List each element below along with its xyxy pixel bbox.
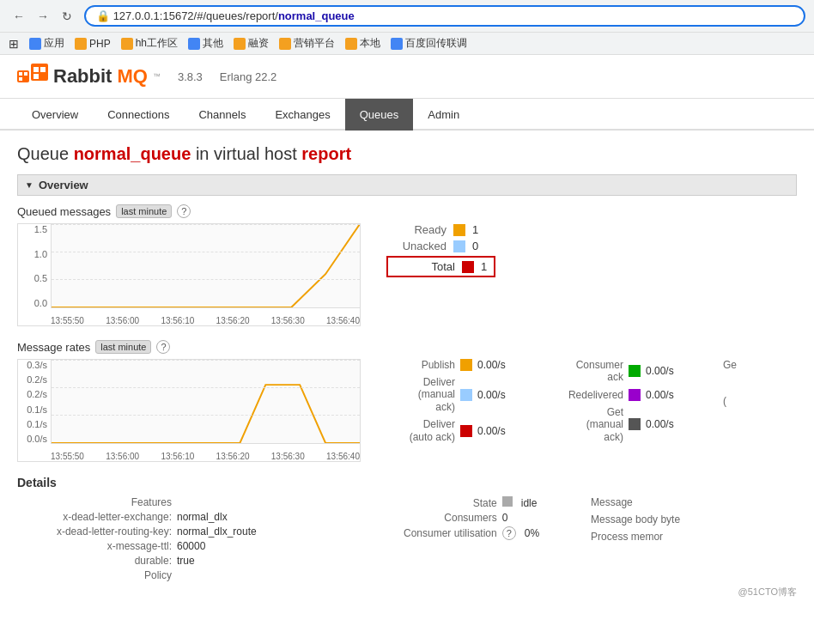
message-body-partial: Message body byte — [591, 513, 680, 526]
refresh-button[interactable]: ↻ — [57, 6, 77, 27]
details-title: Details — [17, 476, 797, 489]
dlr-key: x-dead-letter-routing-key: — [17, 526, 172, 538]
get-manual-rate: Get(manualack) 0.00/s — [555, 406, 689, 443]
chart-xaxis-rates: 13:55:50 13:56:00 13:56:10 13:56:20 13:5… — [51, 450, 360, 461]
process-memory-partial: Process memor — [591, 531, 680, 543]
bookmark-icon-hh — [121, 38, 133, 50]
queued-help-icon[interactable]: ? — [177, 204, 191, 218]
svg-rect-2 — [24, 72, 27, 76]
total-label: Total — [395, 260, 455, 273]
svg-rect-1 — [19, 72, 22, 76]
deliver-auto-label: Deliver(auto ack) — [386, 418, 455, 443]
queued-messages-chart: 1.5 1.0 0.5 0.0 13:55:50 — [17, 223, 361, 326]
publish-rate: Publish 0.00/s — [386, 359, 520, 371]
rmq-logo: RabbitMQ ™ — [17, 64, 161, 89]
bookmark-label-php: PHP — [89, 38, 111, 50]
message-rates-row: 0.3/s 0.2/s 0.2/s 0.1/s 0.1/s 0.0/s — [17, 359, 797, 462]
svg-rect-7 — [33, 74, 39, 79]
consumer-ack-label: Consumerack — [555, 359, 623, 384]
consumers-val: 0 — [502, 512, 508, 524]
chart-yaxis-rates: 0.3/s 0.2/s 0.2/s 0.1/s 0.1/s 0.0/s — [18, 360, 51, 444]
rmq-erlang: Erlang 22.2 — [220, 70, 277, 83]
state-key: State — [343, 497, 497, 509]
deliver-auto-rate: Deliver(auto ack) 0.00/s — [386, 418, 520, 443]
deliver-manual-value: 0.00/s — [477, 389, 520, 401]
consumer-util-help[interactable]: ? — [502, 526, 516, 540]
consumer-ack-color — [629, 365, 641, 377]
features-key: Features — [17, 496, 172, 508]
publish-color — [460, 359, 472, 371]
ready-value: 1 — [472, 223, 478, 236]
bookmark-rz[interactable]: 融资 — [234, 36, 269, 51]
consumers-row: Consumers 0 — [343, 512, 539, 524]
grid-line — [52, 224, 360, 225]
message-rates-chart: 0.3/s 0.2/s 0.2/s 0.1/s 0.1/s 0.0/s — [17, 359, 361, 462]
rates-stats: Publish 0.00/s Deliver(manualack) 0.00/s… — [386, 359, 737, 462]
forward-button[interactable]: → — [33, 6, 53, 27]
queued-badge[interactable]: last minute — [116, 204, 172, 218]
bookmarks-bar: ⊞ 应用 PHP hh工作区 其他 融资 营销平台 本地 百度回传联调 — [0, 33, 814, 55]
dlr-val: normal_dlx_route — [177, 526, 257, 538]
details-right: State idle Consumers 0 Consumer utilisat… — [343, 496, 539, 584]
dle-key: x-dead-letter-exchange: — [17, 511, 172, 523]
bookmark-icon-apps — [29, 38, 41, 50]
rates-chart-svg — [52, 360, 360, 443]
durable-row: durable: true — [17, 555, 257, 567]
tab-admin[interactable]: Admin — [413, 99, 474, 131]
bookmark-local[interactable]: 本地 — [345, 36, 380, 51]
rmq-version: 3.8.3 — [178, 70, 203, 83]
durable-val: true — [177, 555, 195, 567]
consumer-ack-rate: Consumerack 0.00/s — [555, 359, 689, 384]
unacked-color-box — [453, 240, 465, 252]
durable-key: durable: — [17, 555, 172, 567]
ttl-key: x-message-ttl: — [17, 540, 172, 552]
queued-stats: Ready 1 Unacked 0 Total 1 — [386, 223, 495, 326]
main-content: Queue normal_queue in virtual host repor… — [0, 131, 814, 612]
redelivered-color — [629, 389, 641, 401]
back-button[interactable]: ← — [9, 6, 29, 27]
chart-area-rates: 0.3/s 0.2/s 0.2/s 0.1/s 0.1/s 0.0/s — [17, 359, 361, 462]
ready-label: Ready — [386, 223, 446, 236]
bookmark-apps[interactable]: 应用 — [29, 36, 64, 51]
bookmark-hh[interactable]: hh工作区 — [121, 36, 178, 51]
tab-exchanges[interactable]: Exchanges — [260, 99, 344, 131]
state-row: State idle — [343, 496, 539, 509]
bookmark-icon-other — [188, 38, 200, 50]
rates-badge[interactable]: last minute — [95, 340, 151, 354]
queued-chart-svg — [52, 224, 360, 307]
bookmark-icon-baidu — [391, 38, 403, 50]
bookmark-icon-local — [345, 38, 357, 50]
deliver-manual-color — [460, 389, 472, 401]
publish-value: 0.00/s — [477, 359, 520, 371]
grid-line — [52, 252, 360, 252]
chart-yaxis-queued: 1.5 1.0 0.5 0.0 — [18, 224, 51, 308]
policy-key: Policy — [17, 569, 172, 581]
dle-val: normal_dlx — [177, 511, 228, 523]
overview-arrow: ▼ — [25, 180, 33, 190]
apps-icon: ⊞ — [9, 37, 19, 51]
bookmark-baidu[interactable]: 百度回传联调 — [391, 36, 467, 51]
unacked-row: Unacked 0 — [386, 240, 495, 252]
bookmark-php[interactable]: PHP — [75, 38, 111, 50]
rates-help-icon[interactable]: ? — [156, 340, 170, 354]
url-highlight: normal_queue — [278, 9, 355, 22]
ttl-val: 60000 — [177, 540, 205, 552]
nav-buttons: ← → ↻ — [9, 6, 77, 27]
tab-queues[interactable]: Queues — [345, 99, 414, 131]
bookmark-label-mkt: 营销平台 — [294, 36, 335, 51]
overview-section-header[interactable]: ▼ Overview — [17, 174, 797, 196]
tab-overview[interactable]: Overview — [17, 99, 93, 131]
bookmark-label-baidu: 百度回传联调 — [405, 36, 467, 51]
bookmark-other[interactable]: 其他 — [188, 36, 223, 51]
redelivered-value: 0.00/s — [646, 389, 689, 401]
consumer-util-key: Consumer utilisation — [343, 527, 497, 539]
bookmark-mkt[interactable]: 营销平台 — [279, 36, 335, 51]
consumer-util-val: 0% — [525, 527, 539, 539]
paren-label: ( — [723, 395, 737, 407]
tab-connections[interactable]: Connections — [93, 99, 184, 131]
tab-channels[interactable]: Channels — [184, 99, 260, 131]
deliver-manual-rate: Deliver(manualack) 0.00/s — [386, 376, 520, 413]
svg-rect-6 — [40, 67, 46, 72]
address-bar[interactable]: 🔒 127.0.0.1:15672/#/queues/report/normal… — [84, 5, 805, 27]
message-rates-label: Message rates last minute ? — [17, 340, 797, 354]
